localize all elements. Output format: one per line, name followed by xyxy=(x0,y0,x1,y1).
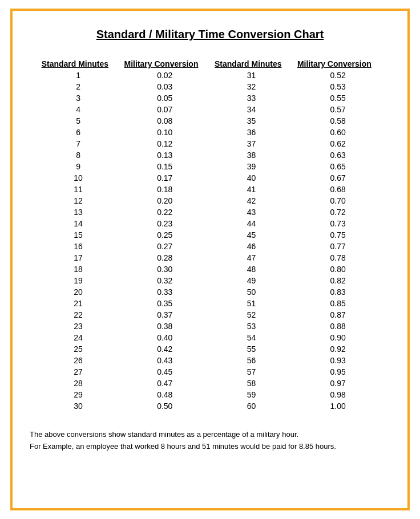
right-table-row: 540.90 xyxy=(210,332,383,343)
left-table-row: 220.37 xyxy=(37,309,210,321)
right-minutes-cell: 37 xyxy=(210,138,293,149)
right-conversion-cell: 0.67 xyxy=(293,172,383,184)
right-minutes-cell: 50 xyxy=(210,286,293,298)
right-table-row: 520.87 xyxy=(210,309,383,321)
left-minutes-cell: 18 xyxy=(37,263,120,275)
right-minutes-cell: 35 xyxy=(210,115,293,127)
left-table-row: 190.32 xyxy=(37,275,210,286)
right-table-row: 570.95 xyxy=(210,366,383,378)
left-table-row: 140.23 xyxy=(37,218,210,229)
right-table-row: 350.58 xyxy=(210,115,383,127)
left-minutes-cell: 9 xyxy=(37,161,120,172)
left-table-row: 170.28 xyxy=(37,252,210,263)
right-table-row: 380.63 xyxy=(210,149,383,161)
left-conversion-cell: 0.05 xyxy=(120,92,210,104)
left-minutes-cell: 30 xyxy=(37,400,120,412)
right-minutes-cell: 55 xyxy=(210,343,293,355)
right-table-row: 340.57 xyxy=(210,104,383,115)
left-conversion-cell: 0.10 xyxy=(120,127,210,138)
right-conversion-cell: 0.88 xyxy=(293,321,383,332)
left-minutes-cell: 3 xyxy=(37,92,120,104)
left-minutes-cell: 24 xyxy=(37,332,120,343)
left-minutes-cell: 14 xyxy=(37,218,120,229)
right-minutes-cell: 44 xyxy=(210,218,293,229)
right-minutes-cell: 41 xyxy=(210,184,293,195)
right-table-row: 530.88 xyxy=(210,321,383,332)
left-minutes-cell: 12 xyxy=(37,195,120,206)
left-table-row: 30.05 xyxy=(37,92,210,104)
right-table: Standard Minutes Military Conversion 310… xyxy=(210,58,383,412)
left-minutes-cell: 17 xyxy=(37,252,120,263)
left-table-row: 110.18 xyxy=(37,184,210,195)
right-table-row: 360.60 xyxy=(210,127,383,138)
left-minutes-cell: 6 xyxy=(37,127,120,138)
right-minutes-cell: 36 xyxy=(210,127,293,138)
left-minutes-cell: 7 xyxy=(37,138,120,149)
right-minutes-cell: 59 xyxy=(210,389,293,400)
right-table-row: 370.62 xyxy=(210,138,383,149)
left-minutes-cell: 11 xyxy=(37,184,120,195)
left-minutes-cell: 13 xyxy=(37,206,120,218)
right-table-row: 310.52 xyxy=(210,70,383,81)
right-conversion-cell: 0.63 xyxy=(293,149,383,161)
right-minutes-cell: 56 xyxy=(210,355,293,366)
left-minutes-cell: 21 xyxy=(37,298,120,309)
left-conversion-cell: 0.27 xyxy=(120,241,210,252)
left-minutes-cell: 5 xyxy=(37,115,120,127)
right-minutes-cell: 60 xyxy=(210,400,293,412)
right-minutes-cell: 52 xyxy=(210,309,293,321)
left-minutes-cell: 2 xyxy=(37,81,120,92)
left-minutes-cell: 19 xyxy=(37,275,120,286)
tables-container: Standard Minutes Military Conversion 10.… xyxy=(30,58,390,412)
left-table-container: Standard Minutes Military Conversion 10.… xyxy=(37,58,210,412)
left-conversion-cell: 0.02 xyxy=(120,70,210,81)
left-conversion-cell: 0.25 xyxy=(120,229,210,241)
right-minutes-cell: 57 xyxy=(210,366,293,378)
right-table-row: 430.72 xyxy=(210,206,383,218)
right-conversion-cell: 0.73 xyxy=(293,218,383,229)
right-conversion-cell: 0.60 xyxy=(293,127,383,138)
right-conversion-cell: 0.62 xyxy=(293,138,383,149)
right-minutes-cell: 38 xyxy=(210,149,293,161)
right-conversion-cell: 0.58 xyxy=(293,115,383,127)
left-table-row: 90.15 xyxy=(37,161,210,172)
right-table-row: 601.00 xyxy=(210,400,383,412)
page-title: Standard / Military Time Conversion Char… xyxy=(30,28,390,41)
left-minutes-cell: 25 xyxy=(37,343,120,355)
right-minutes-cell: 49 xyxy=(210,275,293,286)
right-conversion-cell: 1.00 xyxy=(293,400,383,412)
right-conversion-cell: 0.85 xyxy=(293,298,383,309)
right-table-container: Standard Minutes Military Conversion 310… xyxy=(210,58,383,412)
left-conversion-cell: 0.13 xyxy=(120,149,210,161)
right-table-row: 500.83 xyxy=(210,286,383,298)
footer-text: The above conversions show standard minu… xyxy=(30,429,390,453)
right-conversion-cell: 0.98 xyxy=(293,389,383,400)
right-table-row: 440.73 xyxy=(210,218,383,229)
left-conversion-cell: 0.12 xyxy=(120,138,210,149)
right-conversion-cell: 0.93 xyxy=(293,355,383,366)
left-table: Standard Minutes Military Conversion 10.… xyxy=(37,58,210,412)
right-table-row: 480.80 xyxy=(210,263,383,275)
left-conversion-cell: 0.35 xyxy=(120,298,210,309)
page-container: Standard / Military Time Conversion Char… xyxy=(10,9,410,510)
left-header-minutes: Standard Minutes xyxy=(37,58,120,70)
left-header-conversion: Military Conversion xyxy=(120,58,210,70)
right-header-minutes: Standard Minutes xyxy=(210,58,293,70)
left-conversion-cell: 0.20 xyxy=(120,195,210,206)
right-table-row: 400.67 xyxy=(210,172,383,184)
left-minutes-cell: 10 xyxy=(37,172,120,184)
right-table-row: 580.97 xyxy=(210,378,383,389)
right-conversion-cell: 0.95 xyxy=(293,366,383,378)
left-conversion-cell: 0.30 xyxy=(120,263,210,275)
left-conversion-cell: 0.33 xyxy=(120,286,210,298)
right-minutes-cell: 40 xyxy=(210,172,293,184)
right-table-row: 470.78 xyxy=(210,252,383,263)
left-table-row: 240.40 xyxy=(37,332,210,343)
right-conversion-cell: 0.82 xyxy=(293,275,383,286)
right-conversion-cell: 0.75 xyxy=(293,229,383,241)
left-conversion-cell: 0.37 xyxy=(120,309,210,321)
left-table-row: 150.25 xyxy=(37,229,210,241)
left-table-row: 50.08 xyxy=(37,115,210,127)
left-table-row: 180.30 xyxy=(37,263,210,275)
left-table-row: 10.02 xyxy=(37,70,210,81)
